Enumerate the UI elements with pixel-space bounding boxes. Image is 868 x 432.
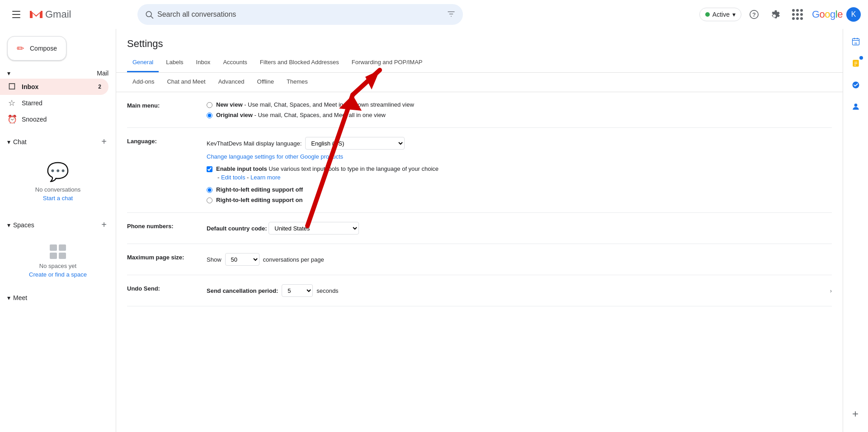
spaces-section: ▾ Spaces + No spaces yet Create or find …	[0, 212, 116, 289]
radio-new-view-input[interactable]	[207, 102, 212, 108]
contacts-icon-button[interactable]	[847, 98, 865, 116]
chat-section-header[interactable]: ▾ Chat +	[7, 131, 108, 152]
tab-offline[interactable]: Offline	[252, 73, 279, 92]
chat-bubble-icon: 💬	[47, 161, 69, 183]
language-select[interactable]: English (US)	[305, 137, 405, 150]
compose-label: Compose	[30, 45, 57, 52]
main-menu-radio-group: New view - Use mail, Chat, Spaces, and M…	[207, 101, 832, 118]
radio-new-view: New view - Use mail, Chat, Spaces, and M…	[207, 101, 832, 108]
tab-inbox[interactable]: Inbox	[191, 53, 216, 72]
radio-original-view-input[interactable]	[207, 113, 212, 118]
help-button[interactable]: ?	[745, 5, 763, 23]
enable-input-tools-checkbox[interactable]	[207, 166, 212, 172]
edit-tools-link[interactable]: Edit tools	[221, 174, 245, 181]
learn-more-link[interactable]: Learn more	[250, 174, 280, 181]
create-space-link[interactable]: Create or find a space	[29, 271, 87, 278]
user-avatar[interactable]: K	[846, 7, 861, 22]
gmail-title-text: Gmail	[45, 9, 71, 20]
snooze-icon: ⏰	[7, 114, 16, 124]
settings-tabs-row1: General Labels Inbox Accounts Filters an…	[116, 53, 843, 73]
tab-forwarding[interactable]: Forwarding and POP/IMAP	[346, 53, 428, 72]
radio-rtl-off: Right-to-left editing support off	[207, 186, 832, 193]
spaces-label: Spaces	[13, 221, 34, 229]
tab-advanced[interactable]: Advanced	[213, 73, 250, 92]
tab-themes[interactable]: Themes	[281, 73, 313, 92]
tab-labels[interactable]: Labels	[160, 53, 189, 72]
page-size-select[interactable]: 50 25 100	[225, 253, 259, 266]
tab-chat-meet[interactable]: Chat and Meet	[161, 73, 211, 92]
spaces-grid-icon	[50, 244, 66, 259]
phone-label: Phone numbers:	[127, 222, 199, 230]
search-filter-icon[interactable]	[447, 9, 456, 20]
enable-input-tools-row: Enable input tools Use various text inpu…	[207, 165, 832, 172]
sidebar-item-snoozed[interactable]: ⏰ Snoozed	[0, 111, 108, 127]
language-user-label: KevThatDevs Mail display language:	[207, 140, 302, 147]
tab-filters[interactable]: Filters and Blocked Addresses	[255, 53, 344, 72]
start-chat-link[interactable]: Start a chat	[43, 195, 73, 202]
topbar-right: Active ▾ ? Google K	[699, 5, 861, 23]
radio-new-view-label: New view - Use mail, Chat, Spaces, and M…	[216, 101, 414, 108]
meet-chevron-icon: ▾	[7, 294, 10, 301]
pagesize-label: Maximum page size:	[127, 253, 199, 261]
hamburger-menu-button[interactable]	[7, 5, 25, 23]
spaces-add-button[interactable]: +	[99, 218, 108, 232]
active-status-badge[interactable]: Active ▾	[699, 8, 741, 21]
radio-original-view-label: Original view - Use mail, Chat, Spaces, …	[216, 112, 386, 118]
conversations-per-page-label: conversations per page	[263, 256, 324, 263]
search-bar	[137, 4, 463, 25]
chat-empty-state: 💬 No conversations Start a chat	[7, 152, 108, 211]
settings-tabs-row2: Add-ons Chat and Meet Advanced Offline T…	[116, 73, 843, 92]
google-logo-text: Google	[812, 9, 843, 20]
radio-rtl-off-input[interactable]	[207, 187, 212, 193]
radio-original-view: Original view - Use mail, Chat, Spaces, …	[207, 112, 832, 118]
language-select-line: KevThatDevs Mail display language: Engli…	[207, 137, 832, 150]
search-input[interactable]	[157, 10, 443, 19]
main-menu-label: Main menu:	[127, 101, 199, 109]
meet-section: ▾ Meet	[0, 289, 116, 307]
undo-send-select[interactable]: 5 10 20 30	[282, 284, 313, 297]
settings-row-undo-send: Undo Send: Send cancellation period: 5 1…	[127, 275, 832, 306]
calendar-icon-button[interactable]: 31	[847, 33, 865, 51]
snoozed-label: Snoozed	[22, 116, 47, 123]
cancellation-period-label: Send cancellation period:	[207, 287, 278, 294]
tab-addons[interactable]: Add-ons	[127, 73, 160, 92]
sidebar-item-inbox[interactable]: ☐ Inbox 2	[0, 79, 108, 95]
compose-button[interactable]: ✏ Compose	[7, 36, 66, 61]
spaces-section-header[interactable]: ▾ Spaces +	[7, 214, 108, 235]
gmail-m-icon	[29, 7, 43, 22]
tasks-icon-button[interactable]	[847, 76, 865, 94]
tab-accounts[interactable]: Accounts	[217, 53, 252, 72]
topbar: Gmail Active ▾ ?	[0, 0, 868, 29]
radio-rtl-off-label: Right-to-left editing support off	[216, 186, 303, 193]
expand-icon: ›	[830, 287, 832, 294]
spaces-empty-state: No spaces yet Create or find a space	[7, 235, 108, 287]
meet-section-header[interactable]: ▾ Meet	[7, 291, 108, 305]
change-language-link[interactable]: Change language settings for other Googl…	[207, 153, 832, 160]
google-apps-button[interactable]	[788, 5, 807, 23]
tab-general[interactable]: General	[127, 53, 159, 72]
inbox-icon: ☐	[7, 82, 16, 92]
phone-country-select[interactable]: United States	[269, 222, 359, 235]
seconds-label: seconds	[316, 287, 338, 294]
svg-text:31: 31	[854, 42, 857, 45]
mail-label: Mail	[97, 70, 108, 77]
mail-section-header[interactable]: ▾ Mail	[0, 68, 116, 79]
sidebar-item-starred[interactable]: ☆ Starred	[0, 95, 108, 111]
no-conversations-text: No conversations	[35, 186, 80, 193]
no-spaces-text: No spaces yet	[39, 263, 76, 269]
settings-title: Settings	[116, 29, 843, 53]
active-label: Active	[712, 11, 730, 18]
page-size-row: Show 50 25 100 conversations per page	[207, 253, 832, 266]
show-label: Show	[207, 256, 222, 263]
starred-label: Starred	[22, 99, 42, 107]
add-sidebar-app-button[interactable]	[846, 405, 864, 423]
radio-rtl-on-input[interactable]	[207, 197, 212, 203]
undo-send-label: Undo Send:	[127, 284, 199, 292]
active-chevron-icon: ▾	[732, 11, 736, 18]
settings-button[interactable]	[767, 5, 785, 23]
right-sidebar: 31	[843, 0, 868, 432]
chat-label: Chat	[13, 138, 27, 146]
chat-add-button[interactable]: +	[99, 135, 108, 149]
keep-icon-button[interactable]	[847, 54, 865, 72]
meet-label: Meet	[13, 294, 27, 301]
